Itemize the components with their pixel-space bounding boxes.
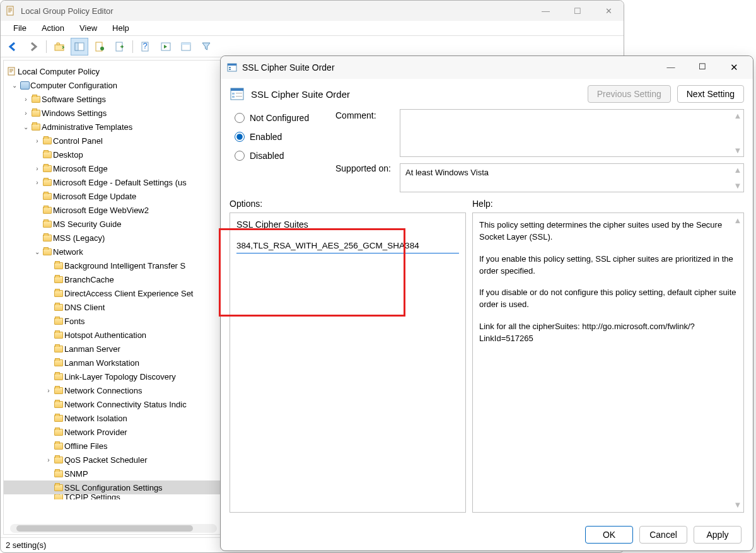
back-button[interactable]	[4, 38, 22, 55]
tree-net-conn[interactable]: ›Network Connections	[4, 383, 223, 397]
tree-mss-legacy[interactable]: MSS (Legacy)	[4, 231, 223, 245]
minimize-button[interactable]: —	[535, 5, 556, 17]
tree-ssl-config[interactable]: SSL Configuration Settings	[4, 480, 223, 494]
filter-button[interactable]	[197, 38, 215, 55]
supported-scrollbar[interactable]: ▲▼	[733, 165, 742, 190]
tree-admin-templates[interactable]: ⌄Administrative Templates	[4, 120, 223, 134]
menu-file[interactable]: File	[6, 22, 34, 34]
expand-icon[interactable]: ›	[33, 137, 42, 144]
policy-state-radios: Not Configured Enabled Disabled	[230, 109, 324, 192]
show-hide-tree-button[interactable]	[71, 38, 88, 55]
tree-net-provider[interactable]: Network Provider	[4, 425, 223, 439]
ssl-cipher-dialog: SSL Cipher Suite Order — ☐ ✕ SSL Cipher …	[220, 55, 753, 551]
folder-icon	[53, 330, 64, 340]
tree-desktop[interactable]: Desktop	[4, 148, 223, 161]
scrollbar-thumb[interactable]	[16, 525, 193, 532]
expand-icon[interactable]: ›	[44, 457, 53, 463]
tree-hotspot[interactable]: Hotspot Authentication	[4, 328, 223, 342]
help-paragraph: This policy setting determines the ciphe…	[479, 219, 737, 243]
tree-ms-security-guide[interactable]: MS Security Guide	[4, 217, 223, 231]
tree-lanman-server[interactable]: Lanman Server	[4, 342, 223, 356]
tree-bits[interactable]: Background Intelligent Transfer S	[4, 259, 223, 272]
ok-button[interactable]: OK	[585, 526, 633, 544]
tree-branchcache[interactable]: BranchCache	[4, 272, 223, 286]
folder-icon	[42, 233, 53, 243]
icon-button-8[interactable]	[157, 38, 175, 55]
tree-ms-edge[interactable]: ›Microsoft Edge	[4, 161, 223, 175]
svg-rect-14	[228, 64, 236, 66]
tree-ms-edge-webview2[interactable]: Microsoft Edge WebView2	[4, 203, 223, 217]
collapse-icon[interactable]: ⌄	[33, 248, 42, 255]
expand-icon[interactable]: ›	[33, 179, 42, 186]
ssl-cipher-suites-input[interactable]	[236, 238, 459, 253]
tree-ms-edge-default[interactable]: ›Microsoft Edge - Default Settings (us	[4, 175, 223, 189]
radio-enabled[interactable]	[235, 132, 245, 142]
computer-icon	[19, 80, 30, 90]
tree-dns-client[interactable]: DNS Client	[4, 300, 223, 314]
scroll-up-icon[interactable]: ▲	[734, 165, 742, 175]
dialog-minimize-button[interactable]: —	[658, 62, 683, 73]
scroll-down-icon[interactable]: ▼	[734, 146, 742, 155]
tree-control-panel[interactable]: ›Control Panel	[4, 134, 223, 148]
tree-software-settings[interactable]: ›Software Settings	[4, 92, 223, 106]
dialog-titlebar[interactable]: SSL Cipher Suite Order — ☐ ✕	[221, 56, 753, 79]
scroll-up-icon[interactable]: ▲	[734, 216, 742, 225]
close-button[interactable]: ✕	[599, 5, 619, 17]
folder-icon	[53, 385, 64, 395]
menu-action[interactable]: Action	[34, 22, 72, 34]
up-button[interactable]	[50, 38, 68, 55]
dialog-close-button[interactable]: ✕	[721, 62, 747, 73]
apply-button[interactable]: Apply	[694, 526, 741, 544]
main-titlebar[interactable]: Local Group Policy Editor — ☐ ✕	[1, 1, 624, 21]
tree-net-isolation[interactable]: Network Isolation	[4, 411, 223, 425]
menu-help[interactable]: Help	[105, 22, 137, 34]
tree-fonts[interactable]: Fonts	[4, 314, 223, 328]
folder-icon	[42, 191, 53, 201]
forward-button[interactable]	[25, 38, 42, 55]
svg-point-5	[100, 47, 104, 50]
folder-icon	[30, 94, 42, 104]
tree-lltd[interactable]: Link-Layer Topology Discovery	[4, 370, 223, 383]
tree-tcpip[interactable]: TCPIP Settings	[4, 494, 223, 499]
tree-lanman-workstation[interactable]: Lanman Workstation	[4, 356, 223, 370]
scroll-down-icon[interactable]: ▼	[734, 500, 742, 509]
export-button[interactable]	[111, 38, 129, 55]
expand-icon[interactable]: ›	[33, 165, 42, 172]
expand-icon[interactable]: ›	[44, 387, 53, 394]
folder-icon	[53, 260, 64, 271]
tree-ms-edge-update[interactable]: Microsoft Edge Update	[4, 189, 223, 203]
comment-textarea[interactable]: ▲▼	[400, 109, 744, 157]
tree-snmp[interactable]: SNMP	[4, 467, 223, 480]
help-scrollbar[interactable]: ▲▼	[733, 216, 742, 509]
radio-not-configured[interactable]	[235, 113, 245, 123]
tree-offline-files[interactable]: Offline Files	[4, 439, 223, 453]
next-setting-button[interactable]: Next Setting	[677, 85, 744, 103]
menu-view[interactable]: View	[72, 22, 105, 34]
scroll-down-icon[interactable]: ▼	[734, 181, 742, 190]
cancel-button[interactable]: Cancel	[639, 526, 687, 544]
tree-directaccess[interactable]: DirectAccess Client Experience Set	[4, 286, 223, 300]
tree-qos[interactable]: ›QoS Packet Scheduler	[4, 453, 223, 467]
tree-root[interactable]: Local Computer Policy	[4, 64, 223, 78]
policy-tree[interactable]: Local Computer Policy ⌄Computer Configur…	[3, 60, 224, 535]
icon-button-9[interactable]	[177, 38, 195, 55]
scroll-up-icon[interactable]: ▲	[734, 111, 742, 120]
collapse-icon[interactable]: ⌄	[10, 82, 19, 89]
expand-icon[interactable]: ›	[21, 96, 30, 103]
expand-icon[interactable]: ›	[21, 110, 30, 117]
tree-network[interactable]: ⌄Network	[4, 245, 223, 259]
help-button[interactable]: ?	[137, 38, 154, 55]
dialog-maximize-button[interactable]: ☐	[690, 62, 715, 73]
tree-computer-config[interactable]: ⌄Computer Configuration	[4, 78, 223, 92]
icon-button-5[interactable]	[91, 38, 108, 55]
comment-scrollbar[interactable]: ▲▼	[733, 111, 742, 155]
collapse-icon[interactable]: ⌄	[21, 124, 30, 131]
tree-horizontal-scrollbar[interactable]	[10, 524, 217, 533]
maximize-button[interactable]: ☐	[567, 5, 588, 17]
folder-icon	[42, 247, 53, 257]
tree-windows-settings[interactable]: ›Windows Settings	[4, 106, 223, 120]
radio-disabled[interactable]	[235, 151, 245, 161]
dialog-header-title: SSL Cipher Suite Order	[251, 89, 581, 100]
previous-setting-button[interactable]: Previous Setting	[588, 85, 671, 103]
tree-net-conn-status[interactable]: Network Connectivity Status Indic	[4, 397, 223, 411]
